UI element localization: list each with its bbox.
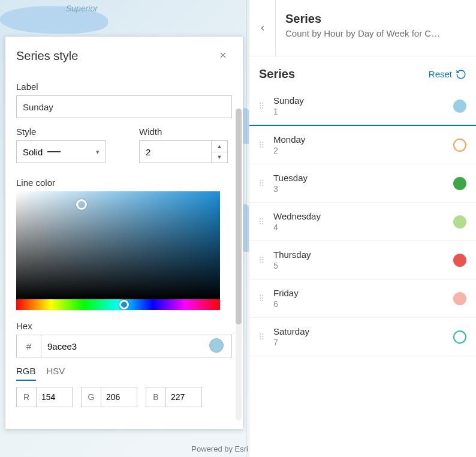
series-text: Thursday5: [273, 249, 447, 270]
series-index: 3: [273, 184, 447, 194]
series-color-swatch[interactable]: [453, 292, 466, 305]
series-color-swatch[interactable]: [453, 330, 466, 344]
series-text: Tuesday3: [273, 173, 447, 194]
series-index: 2: [273, 146, 447, 155]
series-row-tuesday[interactable]: ⠿Tuesday3: [249, 164, 476, 203]
panel-subtitle: Count by Hour by Day of Week for C…: [285, 28, 464, 38]
style-field-label: Style: [16, 127, 109, 137]
drag-handle-icon[interactable]: ⠿: [255, 258, 267, 262]
color-mode-tabs: RGB HSV: [16, 366, 232, 381]
series-panel: Series Count by Hour by Day of Week for …: [249, 0, 476, 457]
hex-prefix: #: [16, 335, 41, 357]
series-style-dialog: Series style Label Style Solid ▾ Width: [5, 36, 243, 429]
map-place-label: Superior: [66, 4, 98, 13]
drag-handle-icon[interactable]: ⠿: [255, 182, 267, 185]
series-section-header: Series Reset: [249, 56, 476, 87]
style-value: Solid: [23, 147, 43, 157]
label-field-label: Label: [16, 82, 232, 92]
series-text: Saturday7: [273, 326, 447, 347]
series-index: 1: [273, 107, 447, 116]
chevron-down-icon: ▾: [96, 148, 100, 156]
panel-header: Series Count by Hour by Day of Week for …: [249, 0, 476, 56]
close-icon: [219, 51, 227, 59]
drag-handle-icon[interactable]: ⠿: [255, 220, 267, 224]
b-label: B: [146, 387, 166, 407]
reset-label: Reset: [429, 69, 452, 79]
series-list: ⠿Sunday1⠿Monday2⠿Tuesday3⠿Wednesday4⠿Thu…: [249, 87, 476, 457]
series-name: Monday: [273, 134, 447, 145]
reset-icon: [456, 69, 466, 80]
panel-titles: Series Count by Hour by Day of Week for …: [276, 0, 476, 38]
series-row-saturday[interactable]: ⠿Saturday7: [249, 318, 476, 356]
series-index: 4: [273, 223, 447, 232]
rgb-inputs: R G B: [16, 387, 232, 407]
series-text: Friday6: [273, 288, 447, 309]
hex-field: #: [16, 335, 232, 357]
dialog-header: Series style: [5, 37, 243, 67]
series-name: Thursday: [273, 249, 447, 260]
line-sample-icon: [47, 151, 61, 152]
close-button[interactable]: [214, 47, 232, 65]
b-input[interactable]: [166, 387, 202, 407]
series-index: 5: [273, 261, 447, 270]
drag-handle-icon[interactable]: ⠿: [255, 104, 267, 108]
series-row-sunday[interactable]: ⠿Sunday1: [249, 87, 476, 126]
hex-label: Hex: [16, 321, 232, 331]
drag-handle-icon[interactable]: ⠿: [255, 143, 267, 147]
series-text: Wednesday4: [273, 211, 447, 232]
series-text: Sunday1: [273, 95, 447, 116]
series-color-swatch[interactable]: [453, 177, 466, 190]
series-color-swatch[interactable]: [453, 100, 466, 113]
width-spinner: ▲ ▼: [139, 140, 232, 163]
chevron-left-icon: [258, 24, 267, 32]
tab-hsv[interactable]: HSV: [47, 366, 65, 381]
series-name: Sunday: [273, 95, 447, 106]
hex-input[interactable]: [41, 335, 232, 357]
r-label: R: [16, 387, 37, 407]
label-input[interactable]: [16, 95, 232, 118]
series-row-friday[interactable]: ⠿Friday6: [249, 279, 476, 318]
series-row-wednesday[interactable]: ⠿Wednesday4: [249, 203, 476, 241]
color-preview-swatch: [209, 338, 224, 353]
drag-handle-icon[interactable]: ⠿: [255, 297, 267, 300]
hue-handle[interactable]: [119, 300, 129, 309]
linecolor-label: Line color: [16, 178, 232, 188]
g-input[interactable]: [101, 387, 137, 407]
series-index: 7: [273, 338, 447, 347]
series-index: 6: [273, 299, 447, 309]
width-input[interactable]: [139, 140, 211, 163]
g-label: G: [81, 387, 101, 407]
series-text: Monday2: [273, 134, 447, 155]
hue-slider[interactable]: [16, 299, 220, 310]
width-increase-button[interactable]: ▲: [212, 141, 227, 152]
series-color-swatch[interactable]: [453, 215, 466, 228]
dialog-body: Label Style Solid ▾ Width ▲: [5, 67, 243, 429]
drag-handle-icon[interactable]: ⠿: [255, 335, 267, 339]
sv-handle[interactable]: [76, 199, 87, 210]
tab-rgb[interactable]: RGB: [16, 366, 36, 381]
dialog-title: Series style: [16, 49, 78, 63]
series-name: Saturday: [273, 326, 447, 336]
series-row-monday[interactable]: ⠿Monday2: [249, 126, 476, 164]
style-select[interactable]: Solid ▾: [16, 140, 106, 163]
width-decrease-button[interactable]: ▼: [212, 152, 227, 163]
series-name: Tuesday: [273, 173, 447, 183]
r-input[interactable]: [37, 387, 73, 407]
scrollbar-thumb[interactable]: [236, 109, 242, 324]
series-section-title: Series: [259, 67, 295, 81]
map-gridline: [246, 0, 247, 457]
series-color-swatch[interactable]: [453, 254, 466, 267]
reset-button[interactable]: Reset: [429, 69, 466, 80]
map-attribution: Powered by Esri: [191, 444, 248, 453]
series-name: Wednesday: [273, 211, 447, 221]
saturation-value-picker[interactable]: [16, 191, 220, 299]
series-color-swatch[interactable]: [453, 139, 466, 152]
panel-title: Series: [285, 12, 464, 26]
series-row-thursday[interactable]: ⠿Thursday5: [249, 241, 476, 279]
back-button[interactable]: [249, 0, 276, 56]
width-field-label: Width: [139, 127, 232, 137]
series-name: Friday: [273, 288, 447, 298]
